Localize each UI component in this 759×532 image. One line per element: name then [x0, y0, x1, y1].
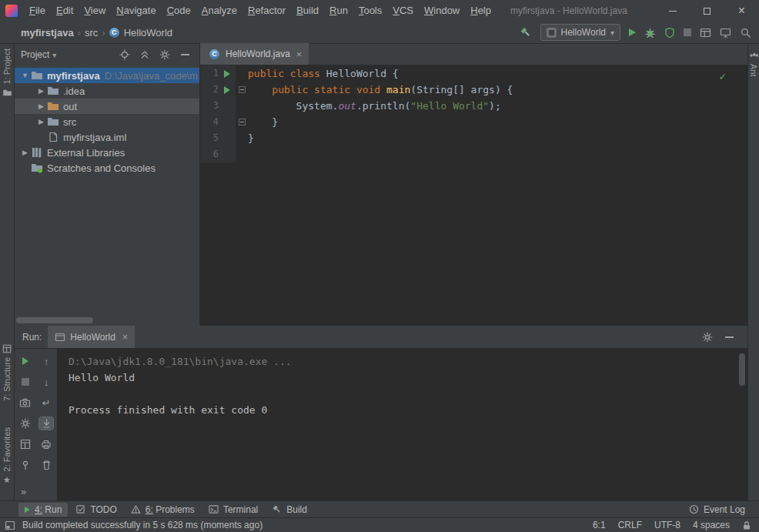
dump-threads-button[interactable] [18, 396, 32, 409]
locate-file-button[interactable] [116, 46, 133, 63]
more-options-button[interactable]: » [21, 486, 26, 497]
tool-strip-favorites-button[interactable]: 2: Favorites ★ [0, 427, 14, 485]
tree-item-myfirstjava[interactable]: ▼ myfirstjava D:\Java\java_code\m [15, 68, 199, 83]
tool-strip-ant-button[interactable]: Ant [748, 50, 759, 77]
menu-item-tools[interactable]: Tools [353, 0, 387, 22]
lock-button[interactable] [742, 520, 751, 530]
run-line-marker[interactable] [219, 82, 236, 98]
breadcrumb-helloworld[interactable]: HelloWorld [122, 27, 175, 38]
run-console[interactable]: D:\Java\jdk1.8.0_181\bin\java.exe ... He… [58, 349, 747, 500]
search-everywhere-button[interactable] [740, 27, 751, 38]
pin-tab-button[interactable] [18, 459, 32, 471]
code-line: 6 [200, 146, 747, 162]
tree-item-iml[interactable]: myfirstjava.iml [15, 129, 199, 145]
run-with-coverage-button[interactable] [664, 27, 675, 38]
menu-item-view[interactable]: View [79, 0, 111, 22]
breadcrumb-src[interactable]: src [82, 27, 100, 38]
toggle-tool-windows-button[interactable] [5, 520, 15, 530]
console-line [69, 386, 747, 402]
menu-item-vcs[interactable]: VCS [387, 0, 419, 22]
tool-strip-project-button[interactable]: 1: Project [0, 49, 14, 98]
code-line: 3 System.out.println("Hello World"); [200, 98, 747, 114]
menu-item-edit[interactable]: Edit [51, 0, 79, 22]
indent-widget[interactable]: 4 spaces [693, 520, 730, 530]
project-structure-button[interactable] [700, 27, 711, 38]
fold-icon[interactable] [239, 86, 246, 93]
minimize-button[interactable] [655, 0, 690, 22]
menu-item-code[interactable]: Code [162, 0, 196, 22]
inspections-ok-icon[interactable]: ✓ [720, 70, 726, 82]
expand-arrow-icon[interactable]: ▶ [35, 102, 47, 110]
expand-arrow-icon[interactable]: ▼ [19, 72, 31, 79]
tree-item-scratches[interactable]: Scratches and Consoles [15, 160, 199, 176]
run-button[interactable] [629, 28, 636, 36]
vertical-scrollbar[interactable] [739, 353, 745, 386]
close-tab-icon[interactable]: × [296, 49, 303, 60]
tool-window-run-button[interactable]: 4: Run [18, 503, 68, 517]
tool-strip-structure-label: 7: Structure [2, 357, 12, 401]
close-button[interactable]: × [724, 0, 759, 22]
menu-item-analyze[interactable]: Analyze [196, 0, 242, 22]
fold-icon[interactable] [239, 119, 246, 125]
project-toolwindow-icon [2, 88, 12, 98]
rerun-button[interactable] [18, 355, 32, 367]
run-tab-helloworld[interactable]: HelloWorld × [48, 326, 135, 348]
tree-item-out[interactable]: ▶ out [15, 99, 199, 114]
hide-panel-button[interactable] [725, 336, 734, 338]
stop-button[interactable] [684, 28, 691, 36]
collapse-all-button[interactable] [136, 46, 153, 63]
restore-layout-button[interactable] [18, 438, 32, 450]
encoding-widget[interactable]: UTF-8 [654, 520, 680, 530]
event-log-button[interactable]: Event Log [683, 503, 751, 517]
menu-item-help[interactable]: Help [465, 0, 497, 22]
run-configuration-select[interactable]: HelloWorld ▾ [540, 24, 621, 41]
tool-window-build-button[interactable]: Build [266, 503, 313, 517]
down-stack-trace-button[interactable]: ↓ [39, 376, 53, 388]
maximize-button[interactable] [690, 0, 724, 22]
tool-window-terminal-button[interactable]: Terminal [202, 503, 264, 517]
run-line-marker[interactable] [219, 65, 236, 82]
menu-item-navigate[interactable]: Navigate [111, 0, 161, 22]
presentation-monitor-button[interactable] [720, 27, 731, 38]
breadcrumb-project[interactable]: myfirstjava [18, 27, 76, 38]
pin-icon [20, 460, 31, 470]
clear-console-button[interactable] [39, 459, 53, 471]
menu-item-window[interactable]: Window [419, 0, 465, 22]
expand-arrow-icon[interactable]: ▶ [35, 87, 47, 95]
menu-item-build[interactable]: Build [291, 0, 324, 22]
tree-item-src[interactable]: ▶ src [15, 114, 199, 129]
horizontal-scrollbar[interactable] [16, 317, 93, 323]
build-hammer-button[interactable] [520, 26, 532, 38]
expand-arrow-icon[interactable]: ▶ [35, 118, 47, 125]
camera-icon [19, 397, 31, 408]
code-editor[interactable]: 1 public class HelloWorld { 2 public sta… [200, 65, 747, 326]
tool-strip-structure-button[interactable]: 7: Structure [0, 344, 14, 401]
close-tab-icon[interactable]: × [122, 331, 129, 343]
project-settings-button[interactable] [156, 46, 173, 63]
line-number: 3 [200, 98, 219, 114]
menu-item-run[interactable]: Run [324, 0, 353, 22]
print-button[interactable] [39, 438, 53, 450]
tree-item-external-libraries[interactable]: ▶ External Libraries [15, 145, 199, 160]
hide-panel-button[interactable] [176, 46, 193, 63]
menu-item-file[interactable]: File [24, 0, 51, 22]
up-stack-trace-button[interactable]: ↑ [39, 355, 53, 367]
line-separator-widget[interactable]: CRLF [618, 520, 642, 530]
project-panel-title[interactable]: Project [21, 49, 49, 60]
soft-wrap-button[interactable]: ↵ [39, 396, 53, 409]
caret-position-widget[interactable]: 6:1 [593, 520, 606, 530]
expand-arrow-icon[interactable]: ▶ [19, 149, 31, 156]
coverage-shield-icon [664, 27, 675, 38]
menu-item-refactor[interactable]: Refactor [242, 0, 291, 22]
editor-tab-helloworld[interactable]: C HelloWorld.java × [200, 43, 309, 65]
run-panel-settings-button[interactable] [702, 332, 713, 343]
scroll-to-end-button[interactable] [39, 417, 53, 430]
debug-button[interactable] [644, 27, 656, 38]
tree-item-idea[interactable]: ▶ .idea [15, 83, 199, 99]
tool-window-problems-button[interactable]: 6: Problems [125, 503, 201, 517]
tool-window-todo-button[interactable]: TODO [69, 503, 122, 517]
console-settings-button[interactable] [18, 417, 32, 430]
project-tree: ▼ myfirstjava D:\Java\java_code\m ▶ [15, 65, 199, 176]
stop-button[interactable] [18, 376, 32, 388]
run-panel-label: Run: [22, 332, 42, 343]
